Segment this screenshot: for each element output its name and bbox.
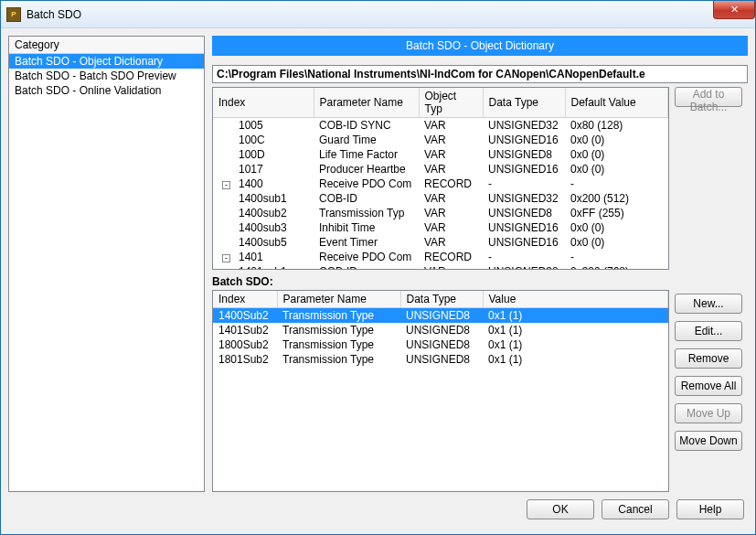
upper-side-buttons: Add to Batch...: [675, 87, 748, 270]
table-row[interactable]: 1401sub1COB-IDVARUNSIGNED320x300 (768): [213, 264, 668, 270]
table-row[interactable]: 1400sub3Inhibit TimeVARUNSIGNED160x0 (0): [213, 220, 668, 235]
remove-all-button[interactable]: Remove All: [675, 376, 742, 396]
batch-sdo-area: Index Parameter Name Data Type Value 140…: [212, 290, 748, 492]
file-path-text: C:\Program Files\National Instruments\NI…: [217, 68, 645, 80]
table-row[interactable]: -1400Receive PDO ComRECORD--: [213, 177, 668, 191]
cancel-button[interactable]: Cancel: [602, 499, 669, 519]
table-row[interactable]: 1400sub5Event TimerVARUNSIGNED160x0 (0): [213, 235, 668, 250]
table-row[interactable]: 100CGuard TimeVARUNSIGNED160x0 (0): [213, 133, 668, 147]
object-dictionary-table[interactable]: Index Parameter Name Object Typ Data Typ…: [212, 87, 669, 270]
table-row[interactable]: 1005COB-ID SYNCVARUNSIGNED320x80 (128): [213, 118, 668, 134]
tree-collapse-icon[interactable]: -: [222, 254, 230, 262]
main-row: Category Batch SDO - Object DictionaryBa…: [8, 36, 748, 492]
client-area: Category Batch SDO - Object DictionaryBa…: [1, 28, 755, 534]
file-path-display: C:\Program Files\National Instruments\NI…: [212, 65, 748, 83]
category-header: Category: [9, 37, 204, 54]
category-sidebar: Category Batch SDO - Object DictionaryBa…: [8, 36, 205, 492]
batch-sdo-label: Batch SDO:: [212, 275, 748, 288]
ok-button[interactable]: OK: [527, 499, 594, 519]
object-dictionary-area: Index Parameter Name Object Typ Data Typ…: [212, 87, 748, 270]
table-row[interactable]: 1017Producer HeartbeVARUNSIGNED160x0 (0): [213, 162, 668, 177]
table-row[interactable]: 1400sub2Transmission TypVARUNSIGNED80xFF…: [213, 206, 668, 220]
table-row[interactable]: 1401Sub2Transmission TypeUNSIGNED80x1 (1…: [213, 323, 668, 337]
tree-collapse-icon[interactable]: -: [222, 181, 230, 189]
table-row[interactable]: -1401Receive PDO ComRECORD--: [213, 250, 668, 264]
sidebar-item-1[interactable]: Batch SDO - Batch SDO Preview: [9, 69, 204, 83]
table-row[interactable]: 1801Sub2Transmission TypeUNSIGNED80x1 (1…: [213, 352, 668, 367]
titlebar: P Batch SDO ✕: [1, 1, 755, 28]
table-row[interactable]: 100DLife Time FactorVARUNSIGNED80x0 (0): [213, 147, 668, 162]
batch-sdo-table[interactable]: Index Parameter Name Data Type Value 140…: [212, 290, 669, 492]
content-pane: Batch SDO - Object Dictionary C:\Program…: [212, 36, 748, 492]
batch-buttons: New... Edit... Remove Remove All Move Up…: [675, 290, 748, 492]
col-default[interactable]: Default Value: [565, 88, 668, 118]
col-dtype[interactable]: Data Type: [483, 88, 565, 118]
close-icon: ✕: [730, 4, 739, 16]
col-index[interactable]: Index: [213, 88, 314, 118]
close-button[interactable]: ✕: [713, 1, 755, 19]
remove-button[interactable]: Remove: [675, 348, 742, 369]
bcol-dtype[interactable]: Data Type: [400, 291, 483, 308]
edit-button[interactable]: Edit...: [675, 321, 742, 341]
col-pname[interactable]: Parameter Name: [314, 88, 419, 118]
move-down-button[interactable]: Move Down: [675, 431, 742, 451]
sidebar-item-0[interactable]: Batch SDO - Object Dictionary: [9, 54, 204, 69]
table-row[interactable]: 1400Sub2Transmission TypeUNSIGNED80x1 (1…: [213, 308, 668, 324]
col-otype[interactable]: Object Typ: [419, 88, 483, 118]
window-title: Batch SDO: [27, 8, 81, 21]
help-button[interactable]: Help: [676, 499, 744, 519]
bcol-value[interactable]: Value: [483, 291, 668, 308]
bcol-index[interactable]: Index: [213, 291, 277, 308]
table-row[interactable]: 1800Sub2Transmission TypeUNSIGNED80x1 (1…: [213, 337, 668, 352]
app-icon: P: [6, 7, 21, 22]
add-to-batch-button[interactable]: Add to Batch...: [675, 87, 742, 107]
batch-sdo-window: P Batch SDO ✕ Category Batch SDO - Objec…: [0, 0, 756, 535]
move-up-button[interactable]: Move Up: [675, 403, 742, 423]
table-row[interactable]: 1400sub1COB-IDVARUNSIGNED320x200 (512): [213, 191, 668, 206]
new-button[interactable]: New...: [675, 294, 742, 314]
bcol-pname[interactable]: Parameter Name: [277, 291, 400, 308]
dialog-footer: OK Cancel Help: [8, 492, 748, 527]
banner-text: Batch SDO - Object Dictionary: [406, 39, 554, 52]
page-banner: Batch SDO - Object Dictionary: [212, 36, 748, 56]
sidebar-item-2[interactable]: Batch SDO - Online Validation: [9, 83, 204, 98]
